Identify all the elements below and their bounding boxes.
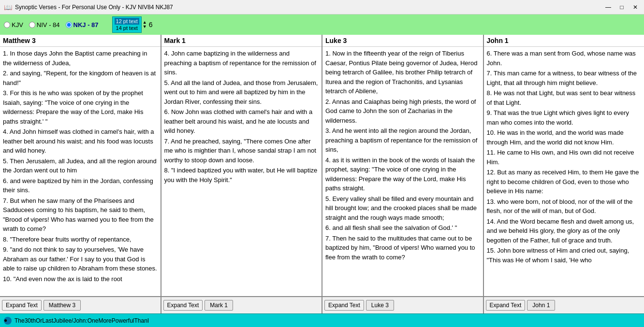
john-body[interactable]: 6. There was a man sent from God, whose … [484, 47, 644, 296]
luke-expand-button[interactable]: Expand Text [324, 300, 364, 311]
luke-title: Luke 3 [325, 37, 347, 44]
bible-verse: 1. In those days John the Baptist came p… [3, 49, 158, 68]
bible-verse: 2. and saying, "Repent, for the kingdom … [3, 69, 158, 87]
kjv-radio[interactable] [4, 22, 10, 28]
bible-verse: 2. Annas and Caiaphas being high priests… [325, 97, 480, 126]
bible-verse: 3. For this is he who was spoken of by t… [3, 88, 158, 126]
toolbar: KJV NIV - 84 NKJ - 87 12 pt text 14 pt t… [0, 14, 644, 35]
niv-label: NIV - 84 [37, 21, 60, 28]
matthew-chapter-tab[interactable]: Matthew 3 [44, 300, 81, 311]
nkj-label: NKJ - 87 [73, 21, 99, 28]
nkj-selector: NKJ - 87 [66, 21, 99, 28]
mark-header: Mark 1 [161, 35, 322, 47]
bible-verse: 9. "and do not think to say to yourselve… [3, 245, 158, 273]
matthew-tab-group: Expand Text Matthew 3 [0, 297, 161, 313]
kjv-radio-label[interactable]: KJV [4, 21, 23, 28]
bible-verse: 4. as it is written in the book of the w… [325, 156, 480, 193]
titlebar: 📖 Synoptic Verses - For Personal Use Onl… [0, 0, 644, 14]
bible-verse: 8. "Therefore bear fruits worthy of repe… [3, 235, 158, 244]
status-icon: ● [4, 317, 12, 325]
matthew-expand-button[interactable]: Expand Text [2, 300, 42, 311]
bible-verse: 8. He was not that Light, but was sent t… [487, 88, 642, 107]
luke-tab-group: Expand Text Luke 3 [322, 297, 484, 313]
mark-expand-button[interactable]: Expand Text [163, 300, 203, 311]
matthew-body[interactable]: 1. In those days John the Baptist came p… [0, 47, 161, 296]
version-selector: KJV [4, 21, 23, 28]
luke-body[interactable]: 1. Now in the fifteenth year of the reig… [322, 47, 483, 296]
bible-verse: 10. He was in the world, and the world w… [487, 128, 642, 147]
bible-verse: 1. Now in the fifteenth year of the reig… [325, 49, 480, 96]
bible-verse: 7. And he preached, saying, "There comes… [164, 137, 319, 165]
window-controls: — □ ✕ [603, 2, 640, 12]
nkj-radio-label[interactable]: NKJ - 87 [66, 21, 99, 28]
font-size-12-label: 12 pt text [116, 18, 138, 24]
bible-verse: 9. That was the true Light which gives l… [487, 108, 642, 127]
john-chapter-tab[interactable]: John 1 [527, 300, 555, 311]
bible-verse: 6. Now John was clothed with camel's hai… [164, 107, 319, 136]
font-size-container: 12 pt text 14 pt text ▲ ▼ 6 [112, 16, 153, 33]
close-button[interactable]: ✕ [630, 2, 640, 12]
bible-verse: 13. who were born, not of blood, nor of … [487, 197, 642, 216]
mark-chapter-tab[interactable]: Mark 1 [205, 300, 233, 311]
mark-title: Mark 1 [164, 37, 186, 44]
font-size-arrows: ▲ ▼ [143, 20, 147, 29]
luke-column: Luke 3 1. Now in the fifteenth year of t… [322, 35, 484, 296]
matthew-header: Matthew 3 [0, 35, 161, 47]
bottom-tabs: Expand Text Matthew 3 Expand Text Mark 1… [0, 296, 644, 313]
john-title: John 1 [487, 37, 509, 44]
bible-verse: 4. And John himself was clothed in camel… [3, 127, 158, 156]
bible-verse: 6. and were baptized by him in the Jorda… [3, 176, 158, 195]
mark-column: Mark 1 4. John came baptizing in the wil… [161, 35, 323, 296]
bible-verse: 10. "And even now the ax is laid to the … [3, 274, 158, 284]
bible-verse: 11. He came to His own, and His own did … [487, 148, 642, 167]
bible-verse: 12. But as many as received Him, to them… [487, 168, 642, 196]
bible-verse: 5. And all the land of Judea, and those … [164, 78, 319, 107]
kjv-label: KJV [12, 21, 23, 28]
bible-verse: 7. But when he saw many of the Pharisees… [3, 196, 158, 234]
bible-verse: 7. Then he said to the multitudes that c… [325, 234, 480, 262]
mark-tab-group: Expand Text Mark 1 [161, 297, 323, 313]
statusbar: ● The30thOrLastJubilee/John:OneMorePower… [0, 313, 644, 327]
matthew-title: Matthew 3 [3, 37, 36, 44]
font-size-down[interactable]: ▼ [143, 25, 147, 29]
niv-selector: NIV - 84 [29, 21, 60, 28]
column-count: 6 [149, 21, 153, 28]
bible-verse: 5. Every valley shall be filled and ever… [325, 194, 480, 223]
mark-body[interactable]: 4. John came baptizing in the wilderness… [161, 47, 322, 296]
font-size-selector: 12 pt text 14 pt text [112, 16, 142, 33]
status-text: The30thOrLastJubilee/John:OneMorePowerfu… [15, 317, 149, 324]
luke-chapter-tab[interactable]: Luke 3 [366, 300, 394, 311]
matthew-column: Matthew 3 1. In those days John the Bapt… [0, 35, 161, 296]
app-icon: 📖 [4, 3, 12, 11]
john-tab-group: Expand Text John 1 [484, 297, 644, 313]
niv-radio[interactable] [29, 22, 35, 28]
luke-header: Luke 3 [322, 35, 483, 47]
font-size-14-label: 14 pt text [116, 25, 138, 31]
bible-verse: 15. John bore witness of Him and cried o… [487, 246, 642, 265]
maximize-button[interactable]: □ [617, 2, 627, 12]
bible-verse: 6. There was a man sent from God, whose … [487, 49, 642, 68]
nkj-radio[interactable] [66, 22, 72, 28]
bible-verse: 14. And the Word became flesh and dwelt … [487, 217, 642, 245]
bible-verse: 8. "I indeed baptized you with water, bu… [164, 166, 319, 185]
font-size-12[interactable]: 12 pt text [115, 18, 139, 25]
bible-verse: 7. This man came for a witness, to bear … [487, 69, 642, 87]
bible-verse: 6. and all flesh shall see the salvation… [325, 223, 480, 233]
niv-radio-label[interactable]: NIV - 84 [29, 21, 60, 28]
minimize-button[interactable]: — [603, 2, 613, 12]
john-header: John 1 [484, 35, 644, 47]
john-expand-button[interactable]: Expand Text [486, 300, 526, 311]
main-content: Matthew 3 1. In those days John the Bapt… [0, 35, 644, 296]
window-title: Synoptic Verses - For Personal Use Only … [15, 4, 603, 11]
john-column: John 1 6. There was a man sent from God,… [484, 35, 644, 296]
bible-verse: 3. And he went into all the region aroun… [325, 126, 480, 155]
font-size-14[interactable]: 14 pt text [115, 25, 139, 31]
bible-verse: 4. John came baptizing in the wilderness… [164, 49, 319, 77]
bible-verse: 5. Then Jerusalem, all Judea, and all th… [3, 156, 158, 175]
